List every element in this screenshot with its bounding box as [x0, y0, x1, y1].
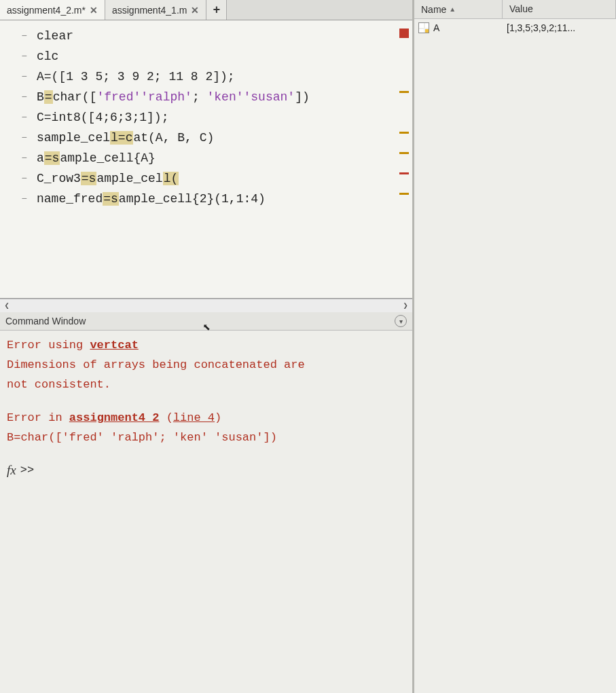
code-line[interactable]: sample_cell=cat(A, B, C) — [37, 128, 396, 148]
tab-label: assignment4_1.m — [112, 5, 187, 16]
code-area[interactable]: clear clc A=([1 3 5; 3 9 2; 11 8 2]); B=… — [33, 20, 396, 298]
error-link-line[interactable]: line 4 — [173, 411, 215, 424]
code-line[interactable]: C=int8([4;6;3;1]); — [37, 107, 396, 128]
variable-value: [1,3,5;3,9,2;11... — [503, 22, 616, 33]
workspace-body[interactable]: A [1,3,5;3,9,2;11... — [414, 19, 616, 693]
tab-assignment4-1[interactable]: assignment4_1.m ✕ — [105, 0, 207, 20]
lint-summary-error-icon[interactable] — [399, 29, 409, 38]
error-line: Dimensions of arrays being concatenated … — [7, 356, 405, 375]
close-icon[interactable]: ✕ — [90, 5, 98, 16]
command-window-header: Command Window ▾ — [0, 312, 412, 331]
command-window-title: Command Window — [5, 316, 86, 326]
lint-warning-icon[interactable] — [399, 132, 409, 134]
scroll-right-icon[interactable]: ❯ — [400, 301, 411, 312]
error-line: B=char(['fred' 'ralph'; 'ken' 'susan']) — [7, 428, 405, 448]
tab-assignment4-2[interactable]: assignment4_2.m* ✕ — [0, 0, 105, 20]
add-tab-button[interactable]: + — [206, 0, 227, 20]
scroll-left-icon[interactable]: ❮ — [1, 301, 12, 312]
code-line[interactable]: C_row3=sample_cell( — [37, 168, 396, 189]
workspace-col-name[interactable]: Name ▲ — [414, 0, 503, 18]
code-line[interactable]: A=([1 3 5; 3 9 2; 11 8 2]); — [37, 67, 396, 87]
lint-error-icon[interactable] — [399, 172, 409, 174]
lint-warning-icon[interactable] — [399, 193, 409, 195]
fx-icon[interactable]: fx — [7, 460, 16, 481]
close-icon[interactable]: ✕ — [191, 5, 199, 16]
error-link-file[interactable]: assignment4_2 — [69, 411, 160, 424]
lint-column — [396, 20, 412, 298]
error-link-vertcat[interactable]: vertcat — [90, 339, 138, 352]
editor-gutter: − − − − − − − − − — [0, 20, 33, 298]
editor-tabs: assignment4_2.m* ✕ assignment4_1.m ✕ + — [0, 0, 412, 20]
workspace-header: Name ▲ Value — [414, 0, 616, 19]
lint-warning-icon[interactable] — [399, 91, 409, 93]
variable-name: A — [433, 22, 439, 33]
workspace-col-value[interactable]: Value — [503, 0, 616, 18]
code-line[interactable]: clear — [37, 26, 396, 46]
horizontal-scrollbar[interactable]: ❮ ❯ — [0, 299, 412, 312]
code-line[interactable]: a=sample_cell{A} — [37, 148, 396, 168]
variable-matrix-icon — [418, 22, 429, 33]
lint-warning-icon[interactable] — [399, 152, 409, 154]
error-line: Error using vertcat — [7, 336, 405, 356]
code-line[interactable]: name_fred=sample_cell{2}(1,1:4) — [37, 189, 396, 209]
panel-menu-icon[interactable]: ▾ — [395, 315, 407, 327]
code-line[interactable]: clc — [37, 46, 396, 67]
error-line: not consistent. — [7, 375, 405, 395]
prompt-chevrons: >> — [20, 461, 34, 481]
command-prompt[interactable]: fx >> — [7, 460, 405, 481]
tab-label: assignment4_2.m* — [7, 5, 86, 16]
sort-asc-icon: ▲ — [449, 5, 456, 13]
workspace-row[interactable]: A [1,3,5;3,9,2;11... — [414, 19, 616, 37]
error-line: Error in assignment4_2 (line 4) — [7, 409, 405, 428]
code-line[interactable]: B=char(['fred' 'ralph'; 'ken' 'susan']) — [37, 87, 396, 107]
command-window[interactable]: Error using vertcat Dimensions of arrays… — [0, 331, 412, 693]
workspace-panel: Name ▲ Value A [1,3,5;3,9,2;11... — [414, 0, 616, 693]
code-editor[interactable]: − − − − − − − − − clear clc A=([1 3 5; 3… — [0, 20, 412, 299]
